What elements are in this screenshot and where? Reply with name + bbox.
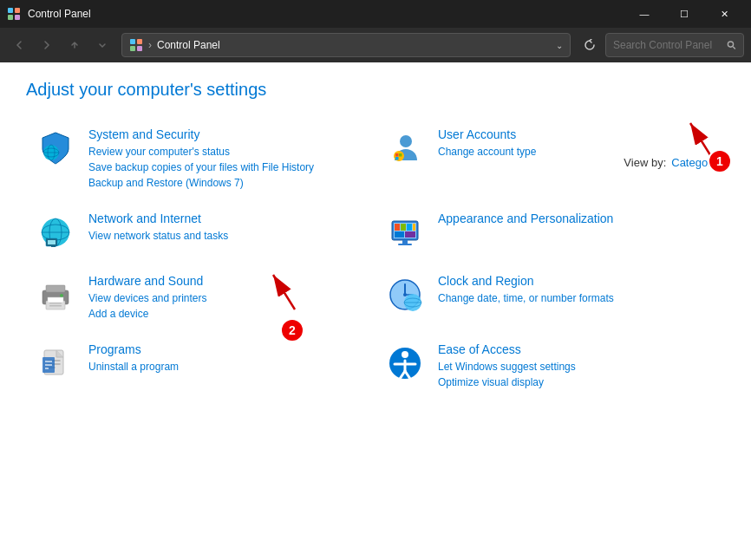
svg-rect-33 bbox=[413, 224, 415, 231]
search-input[interactable] bbox=[613, 39, 723, 51]
categories-grid: System and Security Review your computer… bbox=[26, 120, 725, 404]
ease-of-access-content: Ease of Access Let Windows suggest setti… bbox=[438, 342, 716, 390]
ease-of-access-link-2[interactable]: Optimize visual display bbox=[438, 374, 716, 390]
svg-rect-20 bbox=[399, 157, 402, 160]
back-button[interactable] bbox=[7, 33, 31, 57]
programs-content: Programs Uninstall a program bbox=[88, 342, 367, 374]
appearance-icon bbox=[384, 212, 426, 253]
svg-rect-34 bbox=[395, 231, 404, 238]
category-clock-region: Clock and Region Change date, time, or n… bbox=[376, 267, 725, 329]
svg-point-14 bbox=[400, 135, 412, 147]
svg-line-67 bbox=[690, 123, 712, 158]
search-box[interactable] bbox=[605, 33, 744, 57]
address-bar[interactable]: › Control Panel ⌄ bbox=[121, 33, 571, 57]
svg-rect-7 bbox=[137, 46, 142, 51]
network-internet-title[interactable]: Network and Internet bbox=[88, 212, 367, 225]
clock-region-content: Clock and Region Change date, time, or n… bbox=[438, 274, 716, 306]
svg-rect-30 bbox=[395, 224, 400, 231]
svg-rect-35 bbox=[405, 231, 415, 238]
clock-region-title[interactable]: Clock and Region bbox=[438, 274, 716, 288]
programs-icon bbox=[35, 342, 76, 384]
minimize-button[interactable]: — bbox=[624, 0, 664, 28]
system-security-link-3[interactable]: Backup and Restore (Windows 7) bbox=[88, 175, 367, 191]
ease-of-access-title[interactable]: Ease of Access bbox=[438, 342, 716, 356]
ease-of-access-link-1[interactable]: Let Windows suggest settings bbox=[438, 359, 716, 374]
svg-rect-4 bbox=[130, 39, 135, 44]
svg-rect-31 bbox=[401, 224, 406, 231]
recent-button[interactable] bbox=[90, 33, 114, 57]
system-security-content: System and Security Review your computer… bbox=[88, 127, 367, 191]
system-security-title[interactable]: System and Security bbox=[88, 127, 367, 141]
svg-rect-19 bbox=[395, 157, 399, 160]
system-security-link-1[interactable]: Review your computer's status bbox=[88, 144, 367, 160]
svg-rect-5 bbox=[137, 39, 142, 44]
network-internet-link-1[interactable]: View network status and tasks bbox=[88, 228, 367, 244]
window-controls: — ☐ ✕ bbox=[624, 0, 744, 28]
svg-point-43 bbox=[60, 294, 63, 297]
programs-title[interactable]: Programs bbox=[88, 342, 367, 356]
programs-link-1[interactable]: Uninstall a program bbox=[88, 359, 367, 374]
svg-rect-37 bbox=[398, 244, 412, 245]
address-path: Control Panel bbox=[157, 39, 220, 51]
address-dropdown-icon[interactable]: ⌄ bbox=[556, 41, 563, 50]
ease-of-access-icon bbox=[384, 342, 426, 384]
window: Control Panel — ☐ ✕ bbox=[0, 0, 751, 560]
svg-rect-6 bbox=[130, 46, 135, 51]
category-appearance: Appearance and Personalization bbox=[376, 205, 725, 260]
svg-rect-18 bbox=[399, 153, 402, 157]
svg-point-8 bbox=[728, 42, 734, 47]
system-security-icon bbox=[35, 127, 76, 169]
title-bar: Control Panel — ☐ ✕ bbox=[0, 0, 751, 28]
app-icon bbox=[7, 7, 21, 21]
maximize-button[interactable]: ☐ bbox=[664, 0, 704, 28]
svg-rect-2 bbox=[8, 15, 13, 20]
clock-region-icon bbox=[384, 274, 426, 316]
svg-rect-1 bbox=[15, 8, 20, 13]
svg-rect-32 bbox=[407, 224, 412, 231]
system-security-link-2[interactable]: Save backup copies of your files with Fi… bbox=[88, 160, 367, 175]
network-internet-icon bbox=[35, 212, 76, 253]
svg-rect-17 bbox=[395, 153, 399, 157]
hardware-sound-icon bbox=[35, 274, 76, 316]
svg-line-69 bbox=[273, 275, 295, 309]
svg-rect-0 bbox=[8, 8, 13, 13]
svg-line-9 bbox=[733, 47, 735, 49]
annotation-circle-2: 2 bbox=[280, 318, 304, 342]
annotation-arrow-2 bbox=[269, 262, 338, 322]
main-content: Adjust your computer's settings View by:… bbox=[0, 62, 751, 560]
svg-rect-27 bbox=[48, 240, 56, 244]
window-title: Control Panel bbox=[28, 8, 624, 20]
network-internet-content: Network and Internet View network status… bbox=[88, 212, 367, 244]
svg-point-61 bbox=[402, 351, 408, 358]
svg-rect-3 bbox=[15, 15, 20, 20]
view-by-label: View by: bbox=[624, 156, 666, 169]
up-button[interactable] bbox=[62, 33, 87, 57]
nav-bar: › Control Panel ⌄ bbox=[0, 28, 751, 62]
category-programs: Programs Uninstall a program bbox=[26, 335, 376, 397]
page-title: Adjust your computer's settings bbox=[26, 80, 725, 100]
appearance-title[interactable]: Appearance and Personalization bbox=[438, 212, 716, 225]
svg-rect-26 bbox=[51, 245, 56, 247]
category-system-security: System and Security Review your computer… bbox=[26, 120, 376, 198]
clock-region-link-1[interactable]: Change date, time, or number formats bbox=[438, 290, 716, 306]
user-accounts-icon bbox=[384, 127, 426, 169]
svg-rect-44 bbox=[48, 297, 63, 303]
close-button[interactable]: ✕ bbox=[704, 0, 744, 28]
annotation-circle-1: 1 bbox=[708, 149, 732, 173]
appearance-content: Appearance and Personalization bbox=[438, 212, 716, 228]
category-ease-of-access: Ease of Access Let Windows suggest setti… bbox=[376, 335, 725, 397]
forward-button[interactable] bbox=[35, 33, 59, 57]
category-network-internet: Network and Internet View network status… bbox=[26, 205, 376, 260]
svg-rect-42 bbox=[49, 305, 62, 307]
svg-rect-39 bbox=[46, 285, 65, 292]
refresh-button[interactable] bbox=[578, 33, 602, 57]
